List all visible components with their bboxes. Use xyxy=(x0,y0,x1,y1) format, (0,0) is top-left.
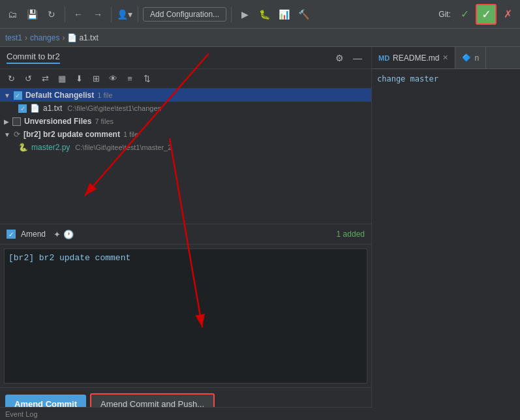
py-file-icon: 🐍 xyxy=(18,143,28,152)
save-icon[interactable]: 💾 xyxy=(23,6,40,23)
breadcrumb-project[interactable]: test1 xyxy=(5,33,22,42)
default-changelist-name: Default Changelist xyxy=(25,91,94,100)
file-icon-breadcrumb: 📄 xyxy=(67,33,77,42)
amend-added-status: 1 added xyxy=(337,230,365,239)
sort-icon[interactable]: ≡ xyxy=(123,72,137,86)
main-layout: Commit to br2 ⚙ — ↻ ↺ ⇄ ▦ ⬇ ⊞ 👁 ≡ ⇅ ▼ ✓ … xyxy=(0,47,520,420)
commit-header-icons: ⚙ — xyxy=(332,51,365,65)
debug-icon[interactable]: 🐛 xyxy=(256,6,273,23)
right-content: change master xyxy=(372,69,520,420)
chevron-down-icon: ▼ xyxy=(4,92,10,99)
git-red-x-icon[interactable]: ✗ xyxy=(499,6,516,23)
left-panel: Commit to br2 ⚙ — ↻ ↺ ⇄ ▦ ⬇ ⊞ 👁 ≡ ⇅ ▼ ✓ … xyxy=(0,47,372,420)
amend-label: Amend xyxy=(21,230,46,239)
breadcrumb-filename: a1.txt xyxy=(79,33,98,42)
file-item-master2py[interactable]: 🐍 master2.py C:\file\Git\gitee\test1\mas… xyxy=(0,141,371,154)
a1txt-checkbox[interactable]: ✓ xyxy=(18,104,27,113)
br2-header[interactable]: ▼ ⟳ [br2] br2 update comment 1 file xyxy=(0,128,371,141)
separator-2 xyxy=(111,7,112,22)
file-item-a1txt[interactable]: ✓ 📄 a1.txt C:\file\Git\gitee\test1\chang… xyxy=(0,102,371,115)
amend-row: ✓ Amend ✦ 🕐 1 added xyxy=(0,224,371,245)
separator-3 xyxy=(138,7,138,22)
main-toolbar: 🗂 💾 ↻ ← → 👤▾ Add Configuration... ▶ 🐛 📊 … xyxy=(0,0,520,29)
breadcrumb-changes[interactable]: changes xyxy=(30,33,59,42)
forward-icon[interactable]: → xyxy=(89,6,106,23)
build-icon[interactable]: 🔨 xyxy=(295,6,312,23)
right-panel: MD README.md ✕ 🔷 n change master xyxy=(372,47,520,420)
br2-name: [br2] br2 update comment xyxy=(23,130,120,139)
amend-checkbox[interactable]: ✓ xyxy=(7,230,16,239)
minimize-icon[interactable]: — xyxy=(350,51,365,65)
amend-settings-icon[interactable]: ✦ xyxy=(54,230,61,239)
download-icon[interactable]: ⬇ xyxy=(72,72,86,86)
unversioned-count: 7 files xyxy=(95,117,114,125)
profile-icon[interactable]: 📊 xyxy=(275,6,292,23)
back-icon[interactable]: ← xyxy=(70,6,87,23)
refresh-changes-icon[interactable]: ↻ xyxy=(4,72,18,86)
undo-icon[interactable]: ↺ xyxy=(21,72,35,86)
refresh-icon[interactable]: ↻ xyxy=(43,6,60,23)
settings-icon[interactable]: ⚙ xyxy=(332,51,346,65)
default-changelist-count: 1 file xyxy=(97,91,112,99)
tab-readme-label: README.md xyxy=(393,53,439,63)
add-config-button[interactable]: Add Configuration... xyxy=(143,7,226,22)
breadcrumb-sep-2: › xyxy=(62,33,65,42)
event-log-label: Event Log xyxy=(5,410,38,418)
git-check-highlighted-icon[interactable]: ✓ xyxy=(476,4,497,25)
user-icon[interactable]: 👤▾ xyxy=(116,6,133,23)
commit-message-area: [br2] br2 update comment xyxy=(0,245,371,387)
git-check-icon[interactable]: ✓ xyxy=(456,6,473,23)
layout-icon[interactable]: ⊞ xyxy=(89,72,103,86)
tab-n-label: n xyxy=(474,53,479,63)
commit-header: Commit to br2 ⚙ — xyxy=(0,47,371,69)
sub-toolbar: ↻ ↺ ⇄ ▦ ⬇ ⊞ 👁 ≡ ⇅ xyxy=(0,69,371,89)
br2-count: 1 file xyxy=(123,130,138,138)
unversioned-checkbox[interactable] xyxy=(12,117,21,126)
separator-1 xyxy=(65,7,65,22)
tab-readme-close[interactable]: ✕ xyxy=(442,53,448,62)
separator-4 xyxy=(231,7,232,22)
unversioned-name: Unversioned Files xyxy=(24,117,91,126)
breadcrumb-file: 📄 a1.txt xyxy=(67,33,98,42)
right-tabs: MD README.md ✕ 🔷 n xyxy=(372,47,520,69)
run-icon[interactable]: ▶ xyxy=(236,6,253,23)
folder-icon[interactable]: 🗂 xyxy=(4,6,21,23)
n-file-icon: 🔷 xyxy=(462,53,471,62)
master2py-path: C:\file\Git\gitee\test1\master_2 xyxy=(75,143,172,151)
a1txt-path: C:\file\Git\gitee\test1\changes xyxy=(67,104,161,112)
commit-title: Commit to br2 xyxy=(7,52,60,64)
diff-icon[interactable]: ▦ xyxy=(55,72,69,86)
default-changelist-header[interactable]: ▼ ✓ Default Changelist 1 file xyxy=(0,89,371,102)
unversioned-header[interactable]: ▶ Unversioned Files 7 files xyxy=(0,115,371,128)
git-branch-icon: ⟳ xyxy=(14,130,20,139)
breadcrumb: test1 › changes › 📄 a1.txt xyxy=(0,29,520,47)
txt-file-icon: 📄 xyxy=(30,104,40,113)
breadcrumb-sep-1: › xyxy=(25,33,27,42)
md-icon: MD xyxy=(378,54,390,62)
eye-icon[interactable]: 👁 xyxy=(106,72,120,86)
tab-n[interactable]: 🔷 n xyxy=(455,47,486,68)
file-tree: ▼ ✓ Default Changelist 1 file ✓ 📄 a1.txt… xyxy=(0,89,371,224)
commit-message-input[interactable]: [br2] br2 update comment xyxy=(4,248,367,383)
a1txt-name: a1.txt xyxy=(43,104,62,113)
amend-history-icon[interactable]: 🕐 xyxy=(63,230,74,239)
move-icon[interactable]: ⇄ xyxy=(38,72,52,86)
master2py-name: master2.py xyxy=(31,143,70,152)
right-content-text: change master xyxy=(377,74,438,83)
amend-icons: ✦ 🕐 xyxy=(54,230,74,239)
tab-readme[interactable]: MD README.md ✕ xyxy=(372,47,455,68)
chevron-right-icon: ▶ xyxy=(4,118,9,125)
filter-icon[interactable]: ⇅ xyxy=(140,72,154,86)
chevron-down-br2-icon: ▼ xyxy=(4,131,10,138)
git-label: Git: xyxy=(438,10,451,19)
default-changelist-checkbox[interactable]: ✓ xyxy=(14,91,22,100)
event-log-bar[interactable]: Event Log xyxy=(0,407,372,420)
